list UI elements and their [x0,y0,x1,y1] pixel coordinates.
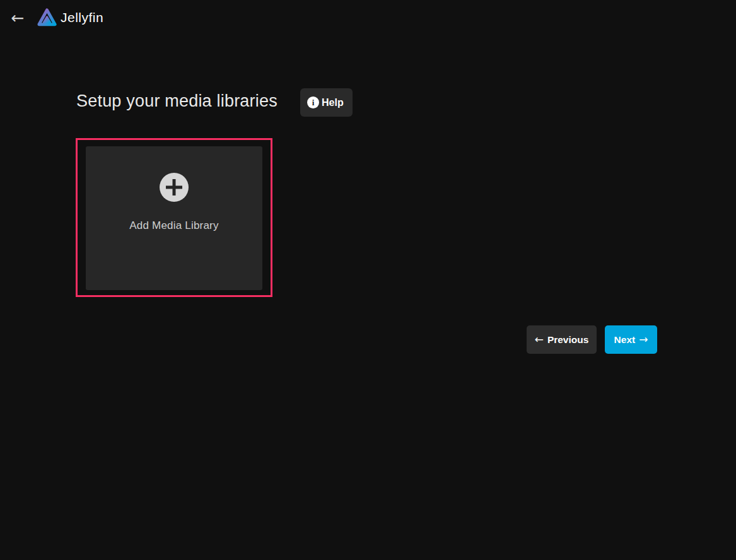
next-button[interactable]: Next → [605,325,657,354]
app-name: Jellyfin [61,10,103,25]
help-button[interactable]: i Help [300,88,353,117]
jellyfin-logo-icon [36,7,58,29]
add-media-library-card[interactable]: Add Media Library [86,146,262,290]
add-media-library-label: Add Media Library [86,219,262,232]
setup-wizard-page: ← Jellyfin Setup your media libraries i … [0,0,736,560]
info-icon: i [307,96,319,108]
next-button-label: Next [614,334,636,346]
previous-button[interactable]: ← Previous [527,325,597,354]
help-button-label: Help [322,97,344,108]
previous-button-label: Previous [547,334,588,346]
plus-icon [160,173,189,202]
app-header: ← Jellyfin [0,0,736,37]
page-title: Setup your media libraries [76,91,277,111]
arrow-left-icon: ← [535,334,544,345]
back-button[interactable]: ← [8,8,28,28]
arrow-back-icon: ← [11,9,25,27]
arrow-right-icon: → [639,334,648,345]
